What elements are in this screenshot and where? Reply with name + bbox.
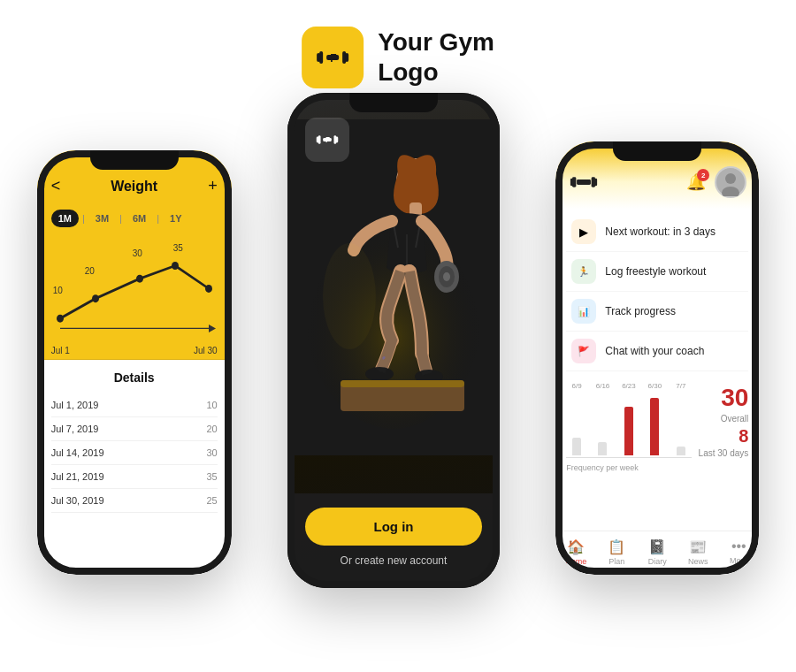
chat-coach-label: Chat with your coach — [605, 345, 704, 357]
nav-more[interactable]: ••• More — [718, 538, 759, 566]
overall-value: 30 — [721, 386, 748, 410]
nav-news[interactable]: 📰 News — [677, 538, 718, 566]
news-icon: 📰 — [689, 538, 707, 555]
notification-bell[interactable]: 🔔 2 — [686, 172, 706, 192]
bar-2 — [593, 393, 613, 455]
plan-icon: 📋 — [608, 538, 625, 555]
phone-notch — [90, 150, 179, 170]
log-freestyle-icon: 🏃 — [571, 259, 596, 284]
track-progress-icon: 📊 — [571, 299, 596, 324]
next-workout-icon: ▶ — [571, 219, 596, 244]
details-title: Details — [51, 370, 218, 385]
phone3-content: 🔔 2 ▶ Next workout: in — [555, 141, 759, 575]
stats-numbers: 30 Overall 8 Last 30 days — [699, 386, 749, 458]
create-account-text[interactable]: Or create new account — [305, 554, 482, 567]
stats-section: 6/9 6/16 6/23 6/30 7/7 — [555, 375, 759, 531]
svg-rect-15 — [317, 137, 319, 143]
track-progress-label: Track progress — [605, 305, 676, 317]
bar-labels: 6/9 6/16 6/23 6/30 7/7 — [566, 382, 691, 390]
last30-label: Last 30 days — [699, 448, 749, 458]
detail-row: Jul 7, 201920 — [51, 417, 218, 441]
svg-rect-2 — [317, 53, 320, 62]
svg-point-8 — [136, 275, 143, 283]
next-workout-label: Next workout: in 3 days — [605, 225, 716, 238]
phone2-content: F — [287, 93, 500, 588]
phone-dashboard: 🔔 2 ▶ Next workout: in — [555, 141, 759, 575]
brand-name: Your Gym Logo — [378, 27, 494, 87]
login-bottom: Log in Or create new account — [287, 493, 500, 588]
diary-icon: 📓 — [648, 538, 666, 555]
page-container: F Your Gym Logo < Weight + 1M | 3M | 6M … — [0, 0, 796, 672]
svg-rect-4 — [345, 53, 348, 62]
chart-dates: Jul 1 Jul 30 — [37, 342, 232, 360]
tab-1y[interactable]: 1Y — [163, 210, 188, 227]
svg-point-6 — [57, 315, 64, 323]
time-tabs: 1M | 3M | 6M | 1Y — [37, 204, 232, 236]
dashboard-menu: ▶ Next workout: in 3 days 🏃 Log freestyl… — [555, 209, 759, 375]
log-freestyle-label: Log freestyle workout — [605, 265, 706, 278]
freq-label: Frequency per week — [566, 463, 639, 472]
phone1-content: < Weight + 1M | 3M | 6M | 1Y 10 20 30 35 — [37, 150, 232, 575]
svg-point-25 — [443, 272, 450, 281]
phone-notch-2 — [349, 93, 438, 112]
menu-item-chat-coach[interactable]: 🚩 Chat with your coach — [566, 332, 748, 371]
overall-label: Overall — [721, 414, 749, 424]
bar-axis — [566, 457, 691, 458]
stats-row: 6/9 6/16 6/23 6/30 7/7 — [566, 382, 748, 458]
tab-3m[interactable]: 3M — [88, 210, 116, 227]
detail-row: Jul 21, 201935 — [51, 465, 218, 489]
phone-login: F — [287, 93, 500, 588]
bar-5 — [670, 393, 691, 455]
brand-logo: F — [302, 27, 364, 88]
weight-chart: 10 20 30 35 — [37, 236, 232, 342]
svg-text:F: F — [330, 52, 336, 65]
svg-text:F: F — [325, 136, 330, 144]
svg-rect-29 — [341, 380, 464, 387]
phone-weight-tracker: < Weight + 1M | 3M | 6M | 1Y 10 20 30 35 — [37, 150, 232, 575]
notification-badge: 2 — [697, 169, 709, 181]
home-icon: 🏠 — [567, 538, 585, 555]
tab-6m[interactable]: 6M — [126, 210, 153, 227]
bars — [566, 393, 691, 455]
svg-point-31 — [323, 243, 376, 349]
login-button[interactable]: Log in — [305, 508, 482, 546]
menu-item-track-progress[interactable]: 📊 Track progress — [566, 292, 748, 332]
detail-row: Jul 14, 201930 — [51, 441, 218, 465]
detail-row: Jul 1, 201910 — [51, 393, 218, 417]
center-brand: F Your Gym Logo — [302, 27, 494, 88]
bottom-nav: 🏠 Home 📋 Plan 📓 Diary 📰 News ••• M — [555, 531, 759, 575]
bar-1 — [566, 393, 586, 455]
weight-title: Weight — [111, 179, 157, 195]
svg-rect-36 — [595, 179, 598, 187]
nav-diary[interactable]: 📓 Diary — [637, 538, 677, 566]
phone-notch-3 — [613, 141, 701, 161]
svg-point-38 — [725, 173, 736, 184]
svg-point-9 — [172, 262, 179, 270]
more-icon: ••• — [731, 538, 746, 554]
menu-item-log-freestyle[interactable]: 🏃 Log freestyle workout — [566, 252, 748, 292]
weight-details: Details Jul 1, 201910 Jul 7, 201920 Jul … — [37, 360, 232, 575]
header-logo — [568, 171, 600, 194]
stats-bottom-labels: Frequency per week — [566, 463, 748, 472]
detail-row: Jul 30, 201925 — [51, 489, 218, 513]
tab-1m[interactable]: 1M — [51, 210, 79, 227]
back-button[interactable]: < — [51, 177, 61, 195]
svg-point-7 — [92, 294, 99, 302]
frequency-chart: 6/9 6/16 6/23 6/30 7/7 — [566, 382, 691, 458]
menu-item-next-workout[interactable]: ▶ Next workout: in 3 days — [566, 212, 748, 252]
athlete-image — [287, 119, 500, 508]
svg-point-10 — [205, 285, 212, 293]
bar-3 — [618, 393, 639, 455]
svg-rect-34 — [570, 179, 573, 187]
nav-plan[interactable]: 📋 Plan — [596, 538, 637, 566]
svg-rect-17 — [336, 137, 339, 143]
svg-rect-32 — [577, 179, 591, 185]
chat-coach-icon: 🚩 — [571, 339, 596, 363]
login-logo: F — [305, 118, 349, 162]
nav-home[interactable]: 🏠 Home — [555, 538, 596, 566]
user-avatar[interactable] — [715, 166, 746, 198]
add-button[interactable]: + — [208, 177, 218, 195]
svg-marker-12 — [209, 325, 216, 332]
last30-value: 8 — [739, 427, 748, 445]
bar-4 — [645, 393, 665, 455]
